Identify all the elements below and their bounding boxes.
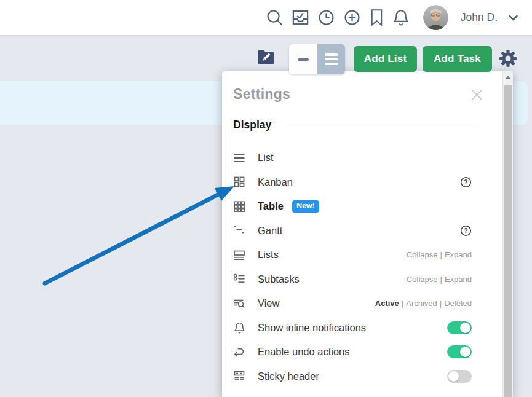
- scrollbar[interactable]: [502, 71, 513, 397]
- scrollbar-up-arrow[interactable]: [503, 71, 513, 84]
- panel-title: Settings: [233, 86, 290, 103]
- row-list[interactable]: List: [232, 146, 472, 170]
- row-undo-actions[interactable]: Enable undo actions: [232, 340, 472, 364]
- section-divider: [286, 127, 478, 127]
- bell-icon[interactable]: [392, 8, 410, 27]
- gear-icon[interactable]: [499, 49, 517, 68]
- kanban-icon: [232, 175, 246, 189]
- svg-text:?: ?: [464, 227, 467, 234]
- scrollbar-thumb[interactable]: [504, 85, 512, 397]
- settings-rows: List Kanban ?: [232, 146, 472, 388]
- row-gantt[interactable]: Gantt ?: [232, 219, 472, 243]
- add-circle-icon[interactable]: [343, 8, 362, 27]
- add-list-button[interactable]: Add List: [354, 46, 417, 72]
- add-task-button[interactable]: Add Task: [423, 46, 492, 72]
- lists-icon: [232, 248, 246, 262]
- new-badge: New!: [292, 200, 319, 213]
- help-icon[interactable]: ?: [460, 176, 472, 188]
- expand-link[interactable]: Expand: [445, 275, 472, 284]
- view-option-deleted[interactable]: Deleted: [444, 299, 472, 308]
- list-icon: [232, 151, 246, 165]
- settings-panel: Settings Display List Kanban: [222, 71, 513, 397]
- row-inline-notifications[interactable]: Show inline notifications: [232, 316, 472, 340]
- subtasks-icon: [232, 272, 246, 286]
- clock-icon[interactable]: [317, 8, 336, 27]
- svg-text:?: ?: [464, 178, 467, 186]
- row-table[interactable]: Table New!: [232, 194, 472, 219]
- row-view[interactable]: View Active | Archived | Deleted: [232, 291, 472, 316]
- section-title: Display: [233, 119, 271, 132]
- user-name[interactable]: John D.: [461, 11, 498, 24]
- undo-actions-toggle[interactable]: [447, 345, 472, 358]
- list-view-icon[interactable]: [317, 44, 346, 74]
- row-sticky-header[interactable]: Sticky header: [232, 364, 472, 389]
- help-icon[interactable]: ?: [460, 225, 472, 237]
- search-icon[interactable]: [265, 8, 284, 27]
- inbox-check-icon[interactable]: [291, 8, 310, 27]
- row-subtasks[interactable]: Subtasks Collapse | Expand: [232, 267, 472, 292]
- collapse-minus-icon[interactable]: [289, 44, 317, 74]
- view-option-active[interactable]: Active: [375, 299, 399, 308]
- topbar-actions: John D.: [265, 0, 518, 35]
- row-lists[interactable]: Lists Collapse | Expand: [232, 243, 472, 267]
- gantt-icon: [232, 224, 246, 237]
- sticky-header-toggle[interactable]: [447, 370, 472, 383]
- top-navigation-bar: John D.: [0, 0, 532, 36]
- expand-link[interactable]: Expand: [445, 250, 472, 259]
- sticky-header-icon: [232, 369, 246, 383]
- user-avatar[interactable]: [423, 5, 448, 30]
- folder-edit-icon[interactable]: [256, 47, 276, 66]
- bookmark-icon[interactable]: [368, 8, 385, 27]
- close-icon[interactable]: [470, 88, 483, 101]
- view-search-icon: [232, 297, 246, 310]
- view-option-archived[interactable]: Archived: [406, 299, 437, 308]
- table-icon: [232, 200, 246, 213]
- view-density-segmented-control: [289, 44, 345, 74]
- undo-icon: [232, 345, 246, 359]
- collapse-link[interactable]: Collapse: [407, 250, 438, 259]
- collapse-link[interactable]: Collapse: [407, 275, 438, 284]
- chevron-down-icon[interactable]: [508, 14, 518, 22]
- row-kanban[interactable]: Kanban ?: [232, 170, 472, 195]
- inline-notifications-toggle[interactable]: [447, 321, 472, 334]
- bell-icon: [232, 321, 246, 334]
